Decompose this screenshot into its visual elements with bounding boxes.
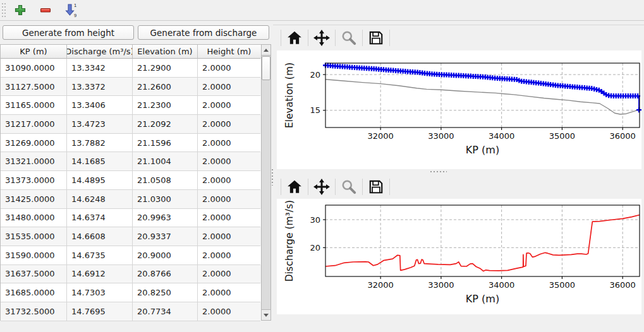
table-cell[interactable]: 31637.5000 — [1, 265, 67, 284]
table-cell[interactable]: 2.0000 — [198, 246, 260, 265]
table-cell[interactable]: 31685.0000 — [1, 283, 67, 302]
table-cell[interactable]: 14.7695 — [67, 302, 133, 321]
home-button[interactable] — [285, 178, 304, 196]
table-cell[interactable]: 31535.0000 — [1, 227, 67, 246]
table-cell[interactable]: 31321.0000 — [1, 152, 67, 171]
table-cell[interactable]: 14.6248 — [67, 190, 133, 209]
table-cell[interactable]: 31090.0000 — [1, 59, 67, 78]
column-header[interactable]: KP (m) — [1, 45, 67, 59]
generate-from-height-button[interactable]: Generate from height — [3, 25, 134, 40]
table-cell[interactable]: 2.0000 — [198, 115, 260, 134]
table-cell[interactable]: 21.0300 — [133, 190, 198, 209]
table-cell[interactable]: 2.0000 — [198, 96, 260, 115]
table-cell[interactable]: 14.6912 — [67, 265, 133, 284]
table-row[interactable]: 31425.000014.624821.03002.0000 — [1, 190, 261, 209]
table-row[interactable]: 31480.000014.637420.99632.0000 — [1, 209, 261, 228]
table-row[interactable]: 31217.000013.472321.20922.0000 — [1, 115, 261, 134]
table-row[interactable]: 31637.500014.691220.87662.0000 — [1, 265, 261, 284]
table-cell[interactable]: 2.0000 — [198, 152, 260, 171]
table-cell[interactable]: 13.7882 — [67, 134, 133, 153]
column-header[interactable]: Height (m) — [198, 45, 260, 59]
table-cell[interactable]: 21.2600 — [133, 78, 198, 97]
vertical-splitter-handle[interactable] — [272, 169, 273, 186]
horizontal-splitter-handle[interactable] — [430, 171, 447, 172]
table-cell[interactable]: 31217.0000 — [1, 115, 67, 134]
table-cell[interactable]: 20.9337 — [133, 227, 198, 246]
table-cell[interactable]: 2.0000 — [198, 265, 260, 284]
column-header[interactable]: Discharge (m³/s) — [67, 45, 133, 59]
table-cell[interactable]: 14.6735 — [67, 246, 133, 265]
table-row[interactable]: 31535.000014.660820.93372.0000 — [1, 227, 261, 246]
table-cell[interactable]: 2.0000 — [198, 59, 260, 78]
table-cell[interactable]: 20.8250 — [133, 283, 198, 302]
table-cell[interactable]: 21.1596 — [133, 134, 198, 153]
table-row[interactable]: 31127.500013.337221.26002.0000 — [1, 78, 261, 97]
table-cell[interactable]: 20.8766 — [133, 265, 198, 284]
table-cell[interactable]: 13.3372 — [67, 78, 133, 97]
table-cell[interactable]: 21.1004 — [133, 152, 198, 171]
table-cell[interactable]: 31425.0000 — [1, 190, 67, 209]
add-row-button[interactable] — [11, 2, 29, 18]
column-header[interactable]: Elevation (m) — [133, 45, 198, 59]
table-cell[interactable]: 21.2900 — [133, 59, 198, 78]
toolbar-drag-handle[interactable] — [2, 3, 6, 17]
generate-from-discharge-button[interactable]: Generate from discharge — [138, 25, 269, 40]
table-cell[interactable]: 2.0000 — [198, 283, 260, 302]
table-cell[interactable]: 20.7734 — [133, 302, 198, 321]
table-header-row: KP (m)Discharge (m³/s)Elevation (m)Heigh… — [1, 45, 261, 59]
table-cell[interactable]: 21.0508 — [133, 171, 198, 190]
pan-button[interactable] — [312, 178, 331, 196]
table-cell[interactable]: 31127.5000 — [1, 78, 67, 97]
table-cell[interactable]: 14.6374 — [67, 209, 133, 228]
table-cell[interactable]: 31269.0000 — [1, 134, 67, 153]
table-cell[interactable]: 2.0000 — [198, 302, 260, 321]
table-cell[interactable]: 13.4723 — [67, 115, 133, 134]
remove-row-button[interactable] — [37, 2, 54, 18]
table-cell[interactable]: 14.4895 — [67, 171, 133, 190]
sort-rows-button[interactable]: 1 9 — [62, 2, 80, 18]
home-button[interactable] — [285, 29, 304, 47]
y-tick-label: 30 — [310, 215, 320, 225]
table-cell[interactable]: 13.3342 — [67, 59, 133, 78]
table-cell[interactable]: 21.2300 — [133, 96, 198, 115]
scrollbar-down-arrow[interactable] — [262, 309, 270, 320]
table-cell[interactable]: 31732.5000 — [1, 302, 67, 321]
table-row[interactable]: 31373.000014.489521.05082.0000 — [1, 171, 261, 190]
table-cell[interactable]: 2.0000 — [198, 190, 260, 209]
table-row[interactable]: 31321.000014.168521.10042.0000 — [1, 152, 261, 171]
zoom-button[interactable] — [339, 29, 358, 47]
pan-button[interactable] — [312, 29, 331, 47]
table-cell[interactable]: 14.6608 — [67, 227, 133, 246]
scrollbar-thumb[interactable] — [262, 56, 270, 80]
elevation-chart-canvas[interactable]: 32000330003400035000360001520KP (m)Eleva… — [277, 50, 641, 169]
table-cell[interactable]: 31373.0000 — [1, 171, 67, 190]
zoom-button[interactable] — [339, 178, 358, 196]
table-cell[interactable]: 20.9963 — [133, 209, 198, 228]
table-cell[interactable]: 2.0000 — [198, 209, 260, 228]
toolbar-separator — [389, 30, 390, 46]
table-cell[interactable]: 13.3406 — [67, 96, 133, 115]
table-scrollbar[interactable] — [261, 44, 271, 321]
save-button[interactable] — [367, 29, 386, 47]
sort-badge-bottom: 9 — [74, 13, 76, 18]
table-cell[interactable]: 2.0000 — [198, 171, 260, 190]
table-cell[interactable]: 21.2092 — [133, 115, 198, 134]
table-cell[interactable]: 2.0000 — [198, 78, 260, 97]
table-row[interactable]: 31269.000013.788221.15962.0000 — [1, 134, 261, 153]
table-row[interactable]: 31732.500014.769520.77342.0000 — [1, 302, 261, 321]
scrollbar-up-arrow[interactable] — [262, 45, 270, 56]
table-cell[interactable]: 14.1685 — [67, 152, 133, 171]
table-row[interactable]: 31685.000014.730320.82502.0000 — [1, 283, 261, 302]
table-cell[interactable]: 14.7303 — [67, 283, 133, 302]
table-row[interactable]: 31165.000013.340621.23002.0000 — [1, 96, 261, 115]
table-row[interactable]: 31590.000014.673520.90002.0000 — [1, 246, 261, 265]
discharge-chart-canvas[interactable]: 32000330003400035000360002030KP (m)Disch… — [277, 199, 641, 314]
table-cell[interactable]: 2.0000 — [198, 227, 260, 246]
table-row[interactable]: 31090.000013.334221.29002.0000 — [1, 59, 261, 78]
save-button[interactable] — [367, 178, 386, 196]
table-cell[interactable]: 31165.0000 — [1, 96, 67, 115]
table-cell[interactable]: 2.0000 — [198, 134, 260, 153]
table-cell[interactable]: 31480.0000 — [1, 209, 67, 228]
table-cell[interactable]: 20.9000 — [133, 246, 198, 265]
table-cell[interactable]: 31590.0000 — [1, 246, 67, 265]
